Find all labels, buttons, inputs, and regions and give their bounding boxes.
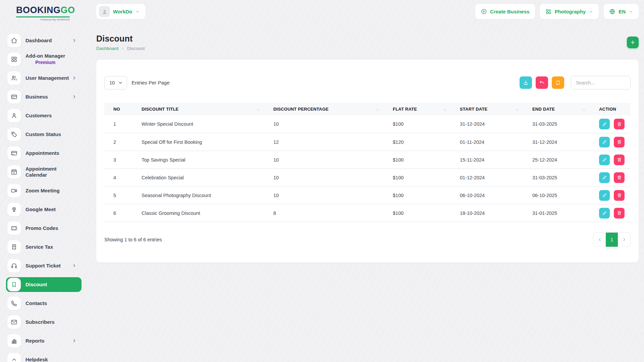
- column-header[interactable]: START DATE ↑↓: [451, 103, 523, 115]
- add-discount-button[interactable]: [627, 37, 639, 48]
- sidebar-item[interactable]: Business: [6, 89, 82, 104]
- create-business-label: Create Business: [490, 9, 530, 14]
- cell-end-date: 31-03-2025: [523, 115, 590, 133]
- sidebar-item-label: Support Ticket: [25, 263, 61, 269]
- sort-icon[interactable]: ↑↓: [257, 107, 260, 111]
- logo-powered-by: Powered By WORKDO: [16, 18, 70, 21]
- sidebar-item[interactable]: Service Tax: [6, 240, 82, 254]
- export-button[interactable]: [520, 76, 532, 89]
- pagination-page-1[interactable]: 1: [606, 233, 618, 247]
- sidebar-item[interactable]: Subscribers: [6, 315, 82, 329]
- sidebar-nav: Dashboard Add-on Manager Premium: [0, 33, 82, 362]
- sidebar-item[interactable]: Contacts: [6, 296, 82, 311]
- sidebar-item-label: Discount: [25, 282, 47, 288]
- edit-button[interactable]: [599, 208, 610, 219]
- pencil-icon: [602, 122, 607, 127]
- reset-button[interactable]: [536, 76, 548, 89]
- headset-icon: [7, 259, 21, 273]
- chevron-right-icon: [72, 338, 77, 343]
- sidebar-item[interactable]: Add-on Manager Premium: [6, 52, 82, 67]
- sidebar-item-label: Promo Codes: [25, 225, 58, 231]
- column-header[interactable]: DISCOUNT TITLE ↑↓: [132, 103, 264, 115]
- chevron-right-icon: [72, 75, 77, 80]
- delete-button[interactable]: [614, 155, 625, 165]
- sidebar-item-label: Contacts: [25, 300, 47, 306]
- language-selector[interactable]: EN: [604, 4, 639, 19]
- main-area: WorkDo Create Business Photography EN: [82, 0, 644, 362]
- sidebar-item-label: Reports: [25, 338, 45, 344]
- cell-action: [590, 186, 631, 204]
- sidebar-item-label: Dashboard: [25, 38, 52, 44]
- sidebar-item[interactable]: Google Meet: [6, 202, 82, 217]
- delete-button[interactable]: [614, 119, 625, 129]
- sort-icon[interactable]: ↑↓: [516, 107, 519, 111]
- sidebar-item[interactable]: Discount: [6, 277, 82, 292]
- logo-primary: BOOKING: [16, 5, 61, 15]
- workspace-switcher[interactable]: WorkDo: [96, 4, 145, 19]
- delete-button[interactable]: [614, 137, 625, 147]
- cell-discount-percentage: 8: [264, 204, 384, 222]
- sidebar-item[interactable]: Appointment Calendar: [6, 165, 82, 179]
- chevron-up-icon: [7, 353, 21, 362]
- mail-icon: [7, 315, 21, 329]
- column-header-label: END DATE: [532, 107, 555, 112]
- business-selector[interactable]: Photography: [540, 4, 599, 19]
- column-header[interactable]: ACTION ↑↓: [590, 103, 631, 115]
- edit-button[interactable]: [599, 155, 610, 165]
- sidebar-item[interactable]: Support Ticket: [6, 258, 82, 273]
- delete-button[interactable]: [614, 208, 625, 219]
- card-icon: [7, 90, 21, 104]
- pagination-next-button[interactable]: [618, 233, 630, 247]
- entries-per-page-select[interactable]: 10: [104, 76, 127, 89]
- sort-icon[interactable]: ↑↓: [376, 107, 379, 111]
- video-icon: [7, 184, 21, 197]
- cell-discount-title: Special Off for First Booking: [132, 133, 264, 151]
- edit-button[interactable]: [599, 172, 610, 183]
- column-header[interactable]: DISCOUNT PERCENTAGE ↑↓: [264, 103, 384, 115]
- sort-icon[interactable]: ↑↓: [443, 107, 446, 111]
- delete-button[interactable]: [614, 190, 625, 201]
- create-business-button[interactable]: Create Business: [475, 4, 535, 19]
- trash-icon: [617, 122, 622, 127]
- search-input[interactable]: [571, 76, 631, 89]
- breadcrumb-dashboard-link[interactable]: Dashboard: [96, 46, 118, 51]
- edit-button[interactable]: [599, 190, 610, 201]
- cell-start-date: 01-12-2024: [451, 169, 523, 186]
- column-header[interactable]: NO ↑↓: [104, 103, 132, 115]
- sidebar-item[interactable]: Promo Codes: [6, 221, 82, 236]
- column-header[interactable]: END DATE ↑↓: [523, 103, 590, 115]
- sidebar-item[interactable]: Reports: [6, 334, 82, 348]
- sidebar: BOOKINGGO Powered By WORKDO Dashboard: [0, 0, 82, 362]
- sidebar-item[interactable]: Dashboard: [6, 33, 82, 48]
- refresh-button[interactable]: [552, 76, 564, 89]
- column-header-label: FLAT RATE: [393, 107, 417, 112]
- cell-discount-title: Classic Grooming Discount: [132, 204, 264, 222]
- cell-action: [590, 204, 631, 222]
- edit-button[interactable]: [599, 137, 610, 147]
- sidebar-item[interactable]: User Management: [6, 71, 82, 85]
- sidebar-item[interactable]: Helpdesk: [6, 352, 82, 362]
- sidebar-item[interactable]: Customers: [6, 108, 82, 123]
- edit-button[interactable]: [599, 119, 610, 129]
- delete-button[interactable]: [614, 172, 625, 183]
- cell-flat-rate: $100: [384, 151, 451, 169]
- pagination-prev-button[interactable]: [593, 233, 606, 247]
- topbar-actions: Create Business Photography EN: [475, 4, 639, 19]
- users-icon: [7, 71, 21, 85]
- sidebar-item[interactable]: Appointments: [6, 146, 82, 161]
- sort-icon[interactable]: ↑↓: [582, 107, 585, 111]
- sidebar-item-label: Custom Status: [25, 131, 61, 137]
- column-header[interactable]: FLAT RATE ↑↓: [384, 103, 451, 115]
- app-logo[interactable]: BOOKINGGO Powered By WORKDO: [0, 5, 72, 21]
- table-row: 6 Classic Grooming Discount 8 $100 18-10…: [104, 204, 631, 222]
- cell-end-date: 31-03-2025: [523, 169, 590, 186]
- sidebar-item[interactable]: Zoom Meeting: [6, 183, 82, 198]
- card-icon: [7, 146, 21, 160]
- trash-icon: [617, 210, 622, 216]
- trash-icon: [617, 193, 622, 198]
- table-row: 2 Special Off for First Booking 12 $120 …: [104, 133, 631, 151]
- cell-discount-percentage: 10: [264, 151, 384, 169]
- user-icon: [7, 109, 21, 122]
- discount-table-card: 10 Entries Per Page: [96, 60, 639, 262]
- sidebar-item[interactable]: Custom Status: [6, 127, 82, 142]
